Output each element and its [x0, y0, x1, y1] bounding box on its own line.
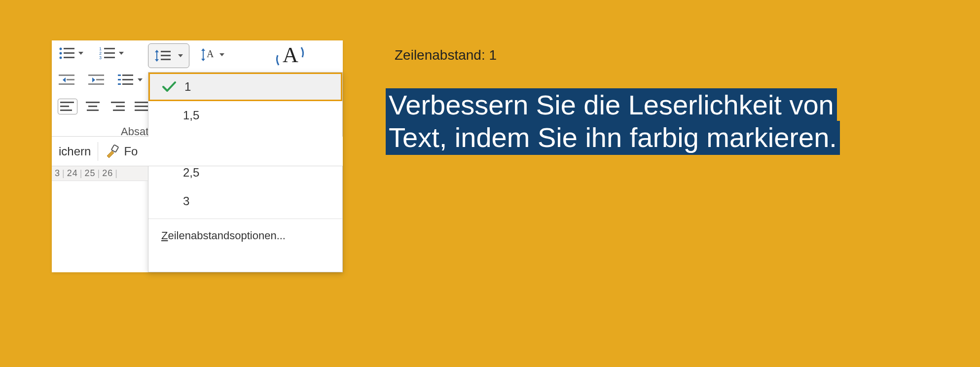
svg-text:A: A [283, 43, 298, 67]
ruler-tick: | [62, 168, 65, 179]
line-spacing-menu: 1 1,5 2 2,5 3 Zeilenabstandsoptionen... [148, 72, 343, 272]
quick-toolbar: ichern Fo [52, 137, 343, 166]
line-spacing-option-1[interactable]: 1 [148, 73, 342, 101]
format-painter-button[interactable]: Fo [98, 137, 145, 166]
menu-options-rest: eilenabstandsoptionen... [168, 229, 286, 242]
menu-item-label: 1,5 [183, 109, 199, 122]
svg-rect-12 [156, 52, 157, 60]
ruler[interactable]: 3 | 24 | 25 | 26 | [52, 166, 148, 181]
svg-rect-42 [135, 110, 148, 111]
paintbrush-icon [105, 144, 120, 159]
decrease-indent-button[interactable] [59, 73, 75, 87]
svg-rect-30 [122, 83, 133, 85]
svg-rect-36 [87, 110, 99, 111]
menu-item-label: 2,5 [183, 166, 199, 180]
svg-rect-26 [122, 74, 133, 76]
align-justify-icon [135, 101, 149, 112]
svg-rect-33 [60, 110, 72, 111]
ruler-mark: 24 [67, 168, 78, 179]
multilevel-list-icon [118, 73, 135, 87]
svg-rect-41 [135, 106, 148, 107]
svg-rect-31 [60, 102, 74, 103]
svg-rect-11 [104, 57, 115, 58]
line-spacing-icon [154, 48, 172, 63]
svg-rect-37 [111, 102, 125, 103]
svg-rect-38 [116, 106, 125, 107]
align-left-icon [60, 101, 75, 112]
svg-rect-25 [118, 74, 121, 76]
svg-rect-28 [122, 79, 133, 80]
text-direction-button[interactable]: A [200, 46, 224, 63]
svg-rect-23 [96, 79, 104, 80]
numbered-list-icon: 1 2 3 [99, 46, 116, 60]
svg-rect-29 [118, 83, 121, 85]
svg-text:A: A [207, 48, 214, 59]
svg-rect-21 [59, 83, 74, 85]
character-icon: A [274, 41, 306, 69]
svg-rect-13 [161, 51, 171, 52]
menu-item-label: 3 [183, 194, 189, 208]
bullet-list-icon [59, 46, 75, 60]
increase-indent-icon [88, 73, 105, 87]
line-spacing-options-link[interactable]: Zeilenabstandsoptionen... [148, 222, 342, 250]
chevron-down-icon [138, 78, 143, 81]
svg-rect-20 [67, 79, 74, 80]
svg-rect-39 [113, 110, 125, 111]
chevron-down-icon [178, 54, 183, 57]
svg-point-2 [60, 52, 62, 55]
line-spacing-button[interactable] [148, 43, 189, 68]
align-right-button[interactable] [110, 101, 125, 112]
character-formatting-button[interactable]: A [274, 41, 306, 69]
svg-point-0 [60, 48, 62, 50]
text-direction-icon: A [200, 46, 217, 63]
increase-indent-button[interactable] [88, 73, 105, 87]
ruler-tick: | [115, 168, 118, 179]
svg-rect-1 [64, 48, 74, 49]
align-center-icon [85, 101, 100, 112]
caption-text: Zeilenabstand: 1 [395, 47, 497, 63]
svg-rect-15 [161, 59, 171, 60]
svg-rect-7 [104, 48, 115, 49]
highlighted-span: Verbessern Sie die Leserlichkeit von Tex… [386, 88, 840, 155]
check-icon [162, 81, 184, 93]
menu-separator [148, 219, 342, 219]
chevron-down-icon [78, 52, 83, 55]
svg-rect-27 [118, 79, 121, 80]
toolbar-label: Fo [124, 145, 138, 158]
svg-rect-5 [64, 57, 74, 58]
svg-rect-40 [135, 102, 148, 103]
svg-rect-24 [88, 83, 104, 85]
toolbar-label: ichern [59, 145, 91, 158]
multilevel-list-button[interactable] [118, 73, 143, 87]
ruler-mark: 25 [84, 168, 95, 179]
ruler-mark: 26 [102, 168, 113, 179]
line-spacing-option-1-5[interactable]: 1,5 [148, 101, 342, 130]
svg-rect-3 [64, 52, 74, 54]
bullet-list-button[interactable] [59, 46, 83, 60]
ruler-tick: | [80, 168, 83, 179]
ribbon-panel: 1 2 3 A [52, 40, 343, 272]
align-justify-button[interactable] [135, 101, 149, 112]
numbered-list-button[interactable]: 1 2 3 [99, 46, 124, 60]
align-right-icon [110, 101, 125, 112]
ruler-mark: 3 [55, 168, 60, 179]
decrease-indent-icon [59, 73, 75, 87]
svg-rect-16 [203, 50, 204, 59]
menu-item-label: 1 [184, 80, 191, 94]
svg-rect-9 [104, 52, 115, 54]
svg-rect-34 [86, 102, 100, 103]
align-left-button[interactable] [58, 99, 77, 114]
svg-text:3: 3 [99, 55, 102, 60]
svg-rect-19 [59, 74, 74, 76]
chevron-down-icon [119, 52, 124, 55]
svg-rect-32 [60, 106, 69, 107]
save-button[interactable]: ichern [52, 137, 98, 166]
chevron-down-icon [219, 53, 224, 56]
svg-rect-22 [88, 74, 104, 76]
svg-rect-14 [161, 55, 171, 56]
highlighted-sample-text: Verbessern Sie die Leserlichkeit von Tex… [386, 89, 879, 154]
menu-options-prefix: Z [161, 229, 168, 242]
svg-rect-35 [88, 106, 97, 107]
line-spacing-option-3[interactable]: 3 [148, 187, 342, 216]
align-center-button[interactable] [85, 101, 100, 112]
